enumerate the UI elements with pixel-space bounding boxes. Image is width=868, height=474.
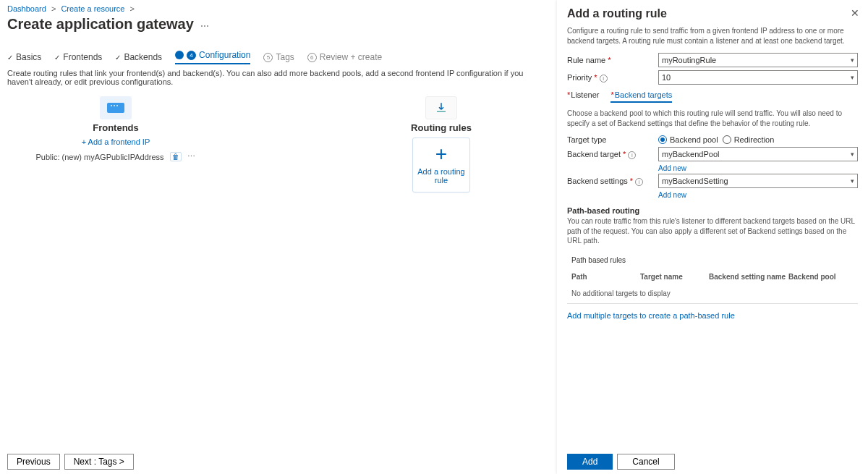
col-backend-setting: Backend setting name bbox=[709, 273, 788, 281]
step-review[interactable]: 6 Review + create bbox=[307, 50, 382, 64]
priority-input[interactable]: 10▾ bbox=[658, 70, 858, 85]
backend-settings-select[interactable]: myBackendSetting▾ bbox=[658, 174, 858, 188]
next-button[interactable]: Next : Tags > bbox=[64, 454, 134, 470]
breadcrumb-create-resource[interactable]: Create a resource bbox=[61, 4, 124, 13]
add-routing-rule-panel: Add a routing rule ✕ Configure a routing… bbox=[557, 0, 868, 474]
routing-rules-column: Routing rules + Add a routing rule bbox=[347, 96, 535, 192]
previous-button[interactable]: Previous bbox=[7, 454, 60, 470]
breadcrumb-dashboard[interactable]: Dashboard bbox=[7, 4, 46, 13]
step-frontends[interactable]: Frontends bbox=[54, 50, 102, 64]
backend-description: Choose a backend pool to which this rout… bbox=[567, 109, 858, 128]
path-rules-caption: Path based rules bbox=[567, 253, 858, 264]
chevron-down-icon: ▾ bbox=[851, 74, 854, 81]
add-frontend-ip-link[interactable]: + Add a frontend IP bbox=[22, 137, 210, 146]
add-multiple-targets-link[interactable]: Add multiple targets to create a path-ba… bbox=[567, 311, 735, 320]
backend-settings-add-new-link[interactable]: Add new bbox=[658, 191, 858, 199]
step-active-dot-icon: 4 bbox=[187, 51, 196, 60]
path-rules-empty: No additional targets to display bbox=[567, 285, 858, 303]
breadcrumb: Dashboard > Create a resource > bbox=[7, 4, 542, 13]
panel-title: Add a routing rule bbox=[567, 7, 858, 20]
step-number-icon: 6 bbox=[307, 53, 317, 62]
step-backends[interactable]: Backends bbox=[115, 50, 162, 64]
col-path: Path bbox=[571, 273, 640, 281]
step-configuration[interactable]: 4 Configuration bbox=[175, 50, 250, 64]
priority-label: Priority * i bbox=[567, 73, 654, 82]
add-button[interactable]: Add bbox=[567, 454, 613, 470]
more-menu[interactable]: ⋯ bbox=[200, 21, 210, 31]
chevron-down-icon: ▾ bbox=[851, 177, 854, 185]
step-basics[interactable]: Basics bbox=[7, 50, 41, 64]
backend-target-select[interactable]: myBackendPool▾ bbox=[658, 147, 858, 161]
backend-target-label: Backend target * i bbox=[567, 150, 654, 159]
target-type-backend-pool-radio[interactable]: Backend pool bbox=[658, 135, 718, 144]
backend-settings-label: Backend settings * i bbox=[567, 177, 654, 186]
path-routing-heading: Path-based routing bbox=[567, 206, 858, 215]
frontend-ip-item: Public: (new) myAGPublicIPAddress bbox=[35, 153, 163, 161]
path-routing-description: You can route traffic from this rule's l… bbox=[567, 216, 858, 246]
target-type-redirection-radio[interactable]: Redirection bbox=[723, 135, 775, 144]
tab-backend-targets[interactable]: *Backend targets bbox=[610, 90, 672, 103]
step-description: Create routing rules that link your fron… bbox=[7, 69, 542, 86]
info-icon[interactable]: i bbox=[600, 75, 608, 82]
wizard-steps: Basics Frontends Backends 4 Configuratio… bbox=[7, 50, 542, 64]
frontends-icon bbox=[100, 96, 132, 119]
step-tags[interactable]: 5 Tags bbox=[263, 50, 294, 64]
routing-rules-icon bbox=[425, 96, 457, 119]
tab-listener[interactable]: *Listener bbox=[567, 90, 599, 103]
chevron-down-icon: ▾ bbox=[851, 56, 854, 64]
info-icon[interactable]: i bbox=[635, 178, 643, 186]
chevron-down-icon: ▾ bbox=[851, 151, 854, 158]
col-backend-pool: Backend pool bbox=[788, 273, 846, 281]
cancel-button[interactable]: Cancel bbox=[617, 454, 674, 470]
close-icon[interactable]: ✕ bbox=[851, 7, 859, 19]
info-icon[interactable]: i bbox=[628, 151, 636, 159]
panel-intro: Configure a routing rule to send traffic… bbox=[567, 26, 858, 46]
backend-target-add-new-link[interactable]: Add new bbox=[658, 164, 858, 172]
add-routing-rule-card[interactable]: + Add a routing rule bbox=[412, 137, 470, 192]
frontends-heading: Frontends bbox=[22, 122, 210, 133]
add-routing-rule-label: Add a routing rule bbox=[416, 167, 467, 185]
rule-name-input[interactable]: myRoutingRule▾ bbox=[658, 53, 858, 67]
col-target-name: Target name bbox=[640, 273, 709, 281]
plus-icon: + bbox=[416, 144, 467, 164]
path-rules-table: Path based rules Path Target name Backen… bbox=[567, 253, 858, 304]
frontends-column: Frontends + Add a frontend IP Public: (n… bbox=[22, 96, 210, 192]
page-title: Create application gateway bbox=[7, 16, 194, 33]
delete-frontend-icon[interactable]: 🗑 bbox=[170, 152, 182, 161]
target-type-label: Target type bbox=[567, 135, 654, 144]
step-number-icon: 5 bbox=[263, 53, 273, 62]
frontend-more-icon[interactable]: ⋯ bbox=[187, 152, 196, 161]
routing-rules-heading: Routing rules bbox=[347, 122, 535, 133]
rule-name-label: Rule name * bbox=[567, 56, 654, 64]
